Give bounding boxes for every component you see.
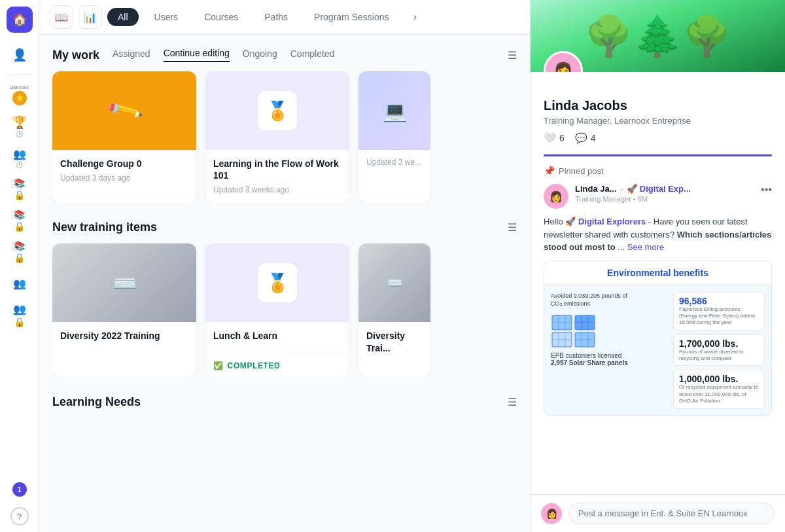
epc-label: EPB customers licensed 2,997 Solar Share… xyxy=(551,352,668,366)
post-more-button[interactable]: ••• xyxy=(761,184,772,196)
card-lunch-learn[interactable]: 🏅 Lunch & Learn ✅ COMPLETED xyxy=(205,243,349,376)
stat-desc-2: Pounds of waste diverted to recycling an… xyxy=(679,349,759,363)
hearts-count: 6 xyxy=(559,133,565,143)
keyboard-icon-2: ⌨️ xyxy=(387,275,403,291)
my-work-title: My work xyxy=(52,48,99,62)
stat-num-3: 1,000,000 lbs. xyxy=(679,374,759,384)
chart-icon-nav: 📊 xyxy=(84,11,97,24)
sidebar-item-profile[interactable]: 👤 xyxy=(5,41,34,69)
sidebar-item-lock-2[interactable]: 📚 🔒 xyxy=(5,206,34,235)
card-flow-thumbnail: 🏅 xyxy=(205,71,349,150)
pill-users[interactable]: Users xyxy=(144,8,189,26)
stat-box-3: 1,000,000 lbs. Of recycled equipment ann… xyxy=(673,370,765,408)
new-training-header: New training items ☰ xyxy=(52,221,517,234)
person-icon: 👤 xyxy=(12,48,27,62)
stat-desc-3: Of recycled equipment annually to avoid … xyxy=(679,384,759,404)
card-challenge-thumbnail xyxy=(52,71,196,150)
card-flow-of-work[interactable]: 🏅 Learning in the Flow of Work 101 Updat… xyxy=(205,71,349,202)
notification-badge[interactable]: 1 xyxy=(12,482,27,497)
message-avatar: 👩 xyxy=(541,503,562,524)
award-icon: 🏅 xyxy=(258,91,297,130)
my-work-menu-icon[interactable]: ☰ xyxy=(508,49,517,62)
lock-icon-1: 🔒 xyxy=(14,190,25,200)
post-author-row: Linda Ja... › 🚀 Digital Exp... xyxy=(575,184,754,194)
trophy-icon: 🏆 xyxy=(12,115,27,130)
right-panel: 🌳🌲🌳 👩 Linda Jacobs Training Manager, Lea… xyxy=(530,0,785,532)
new-training-cards: ⌨️ Diversity 2022 Training 🏅 Lunch & Lea… xyxy=(52,243,517,376)
star-badge: ⭐ xyxy=(12,91,27,105)
help-button[interactable]: ? xyxy=(10,507,29,525)
chart-nav-icon[interactable]: 📊 xyxy=(78,5,102,29)
sidebar-item-team-2[interactable]: 👥 xyxy=(5,269,34,298)
sidebar-item-trophy[interactable]: 🏆 🕐 xyxy=(5,112,34,141)
card-partial-mywork[interactable]: 💻 Updated 3 we... xyxy=(358,71,430,202)
my-work-tabs: Assigned Continue editing Ongoing Comple… xyxy=(113,48,508,62)
clock-icon-2: 🕐 xyxy=(16,162,23,168)
more-nav-button[interactable]: › xyxy=(404,7,425,27)
post-channel-link[interactable]: 🚀 Digital Exp... xyxy=(627,184,691,194)
message-input[interactable] xyxy=(568,503,775,524)
pill-all[interactable]: All xyxy=(107,8,139,26)
pinned-header: 📌 Pinned post xyxy=(544,166,772,176)
card-diversity2-title: Diversity Trai... xyxy=(366,330,423,353)
keyboard-icon: ⌨️ xyxy=(113,272,137,294)
book-icon-2: 📚 xyxy=(14,209,25,220)
main-content: 📖 📊 All Users Courses Paths Program Sess… xyxy=(39,0,530,532)
profile-role: Training Manager, Learnoox Entreprise xyxy=(544,116,772,126)
learning-needs-title: Learning Needs xyxy=(52,395,141,409)
profile-name: Linda Jacobs xyxy=(544,98,772,113)
sidebar-item-lock-1[interactable]: 📚 🔒 xyxy=(5,175,34,204)
pill-program-sessions[interactable]: Program Sessions xyxy=(304,8,399,26)
post-text-link[interactable]: Digital Explorers xyxy=(578,217,646,226)
stat-box-2: 1,700,000 lbs. Pounds of waste diverted … xyxy=(673,334,765,366)
lock-icon-4: 🔒 xyxy=(14,317,25,327)
book-icon-nav: 📖 xyxy=(55,11,68,24)
pill-paths[interactable]: Paths xyxy=(254,8,298,26)
card-diversity-partial[interactable]: ⌨️ Diversity Trai... xyxy=(358,243,430,376)
top-navigation: 📖 📊 All Users Courses Paths Program Sess… xyxy=(39,0,530,35)
card-flow-meta: Updated 3 weeks ago xyxy=(213,185,341,194)
sidebar-item-learnoox-1[interactable]: Learnoox ⭐ xyxy=(5,80,34,109)
stat-num-1: 96,586 xyxy=(679,296,759,306)
home-button[interactable]: 🏠 xyxy=(7,7,33,33)
card-diversity-training[interactable]: ⌨️ Diversity 2022 Training xyxy=(52,243,196,376)
card-diversity-body: Diversity 2022 Training xyxy=(52,322,196,353)
pill-courses[interactable]: Courses xyxy=(194,8,249,26)
infographic-left: Avoided 9,039,205 pounds of CO₂ emission… xyxy=(551,292,668,409)
team-icon-2: 👥 xyxy=(13,277,26,290)
learning-needs-menu-icon[interactable]: ☰ xyxy=(508,396,517,408)
sidebar-item-team-lock[interactable]: 👥 🔒 xyxy=(5,300,34,329)
post-author-name: Linda Ja... xyxy=(575,184,617,194)
my-work-cards: Challenge Group 0 Updated 3 days ago 🏅 L… xyxy=(52,71,517,202)
tab-ongoing[interactable]: Ongoing xyxy=(243,48,277,62)
stat-desc-1: Paperless Billing accounts (Energy and F… xyxy=(679,306,759,327)
sidebar-item-team[interactable]: 👥 🕐 xyxy=(5,143,34,172)
tab-completed[interactable]: Completed xyxy=(290,48,335,62)
infographic-body: Avoided 9,039,205 pounds of CO₂ emission… xyxy=(544,285,771,416)
learning-needs-header: Learning Needs ☰ xyxy=(52,395,517,409)
arrow-icon: › xyxy=(621,185,623,193)
see-more-link[interactable]: See more xyxy=(627,242,664,252)
card-diversity2-body: Diversity Trai... xyxy=(358,322,430,365)
book-icon-3: 📚 xyxy=(14,241,25,251)
tab-assigned[interactable]: Assigned xyxy=(113,48,150,62)
book-icon: 📚 xyxy=(14,178,25,188)
post-header: 👩 Linda Ja... › 🚀 Digital Exp... Trainin… xyxy=(544,184,772,209)
card-challenge-group[interactable]: Challenge Group 0 Updated 3 days ago xyxy=(52,71,196,202)
card-diversity-title: Diversity 2022 Training xyxy=(60,330,188,342)
comments-stat: 💬 4 xyxy=(575,132,596,144)
message-input-area: 👩 xyxy=(531,494,785,532)
my-work-header: My work Assigned Continue editing Ongoin… xyxy=(52,48,517,62)
card-completed-badge: ✅ COMPLETED xyxy=(205,354,349,377)
card-lunch-body: Lunch & Learn xyxy=(205,322,349,353)
new-training-menu-icon[interactable]: ☰ xyxy=(508,221,517,234)
post-role-time: Training Manager • 6M xyxy=(575,195,754,203)
book-nav-icon[interactable]: 📖 xyxy=(50,5,73,29)
infographic-right: 96,586 Paperless Billing accounts (Energ… xyxy=(673,292,765,409)
award-icon-lunch: 🏅 xyxy=(258,263,297,302)
card-diversity2-thumbnail: ⌨️ xyxy=(358,243,430,322)
sidebar-item-lock-3[interactable]: 📚 🔒 xyxy=(5,238,34,266)
team-icon-3: 👥 xyxy=(13,303,26,315)
tab-continue-editing[interactable]: Continue editing xyxy=(164,48,230,62)
sidebar-divider xyxy=(7,75,33,75)
